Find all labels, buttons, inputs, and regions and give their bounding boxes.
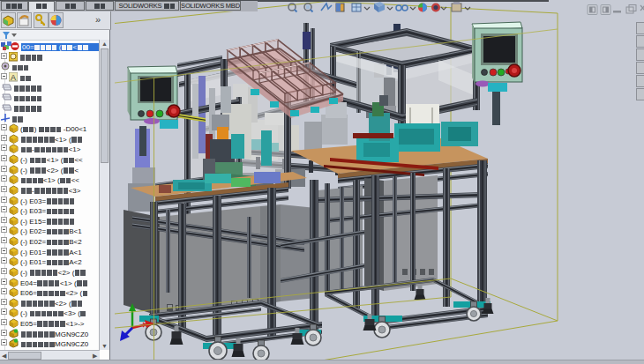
svg-text:A: A <box>11 73 16 82</box>
